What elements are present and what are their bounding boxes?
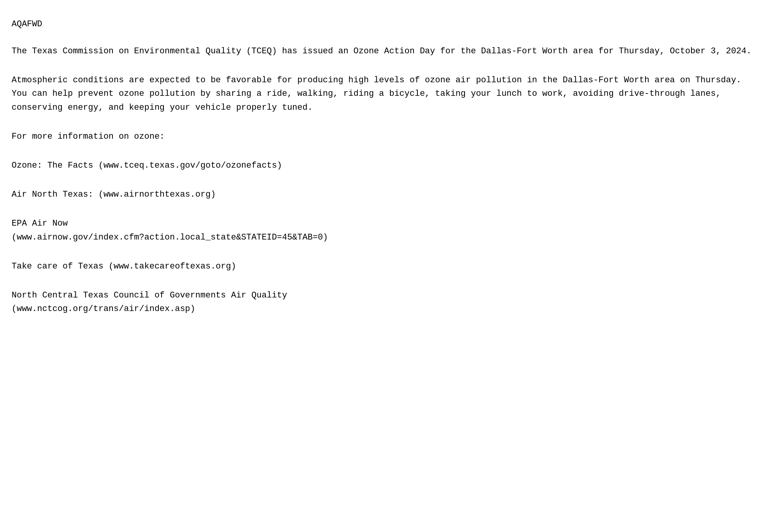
take-care-label: Take care of Texas [12,262,104,271]
intro-paragraph: The Texas Commission on Environmental Qu… [12,44,761,58]
air-north-texas-label: Air North Texas: [12,190,93,199]
epa-label: EPA Air Now [12,219,68,228]
epa-section: EPA Air Now (www.airnow.gov/index.cfm?ac… [12,217,761,244]
details-paragraph: Atmospheric conditions are expected to b… [12,73,761,114]
more-info-paragraph: For more information on ozone: [12,130,761,143]
nctcog-section: North Central Texas Council of Governmen… [12,289,761,316]
ozone-facts-label: Ozone: The Facts [12,161,93,170]
details-text: Atmospheric conditions are expected to b… [12,75,741,112]
air-north-texas-section: Air North Texas: (www.airnorthtexas.org) [12,188,761,201]
ozone-facts-url: (www.tceq.texas.gov/goto/ozonefacts) [98,161,282,170]
ozone-facts-section: Ozone: The Facts (www.tceq.texas.gov/got… [12,159,761,172]
intro-text: The Texas Commission on Environmental Qu… [12,46,751,56]
take-care-section: Take care of Texas (www.takecareoftexas.… [12,260,761,273]
more-info-text: For more information on ozone: [12,132,165,141]
epa-url: (www.airnow.gov/index.cfm?action.local_s… [12,233,328,242]
take-care-url: (www.takecareoftexas.org) [109,262,236,271]
nctcog-label: North Central Texas Council of Governmen… [12,291,287,300]
header: AQAFWD [12,19,761,29]
nctcog-url: (www.nctcog.org/trans/air/index.asp) [12,304,195,314]
air-north-texas-url: (www.airnorthtexas.org) [98,190,216,199]
page-title: AQAFWD [12,19,42,29]
content-wrapper: AQAFWD The Texas Commission on Environme… [8,12,765,339]
